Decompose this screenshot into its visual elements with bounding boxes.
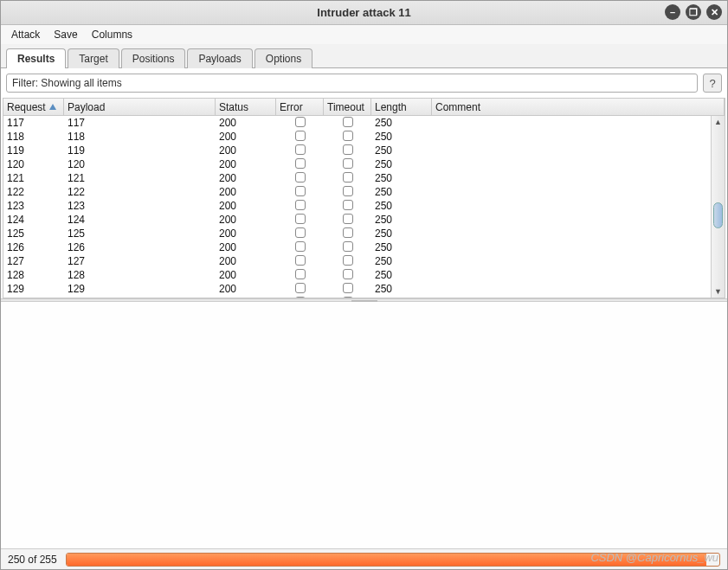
cell-payload: 125 xyxy=(64,227,216,240)
cell-timeout xyxy=(324,241,371,254)
checkbox-icon xyxy=(295,269,306,279)
cell-length: 250 xyxy=(371,255,432,267)
scroll-thumb[interactable] xyxy=(713,202,723,228)
cell-status: 200 xyxy=(216,131,276,143)
cell-error xyxy=(276,283,324,296)
cell-payload: 129 xyxy=(64,283,216,295)
cell-request: 127 xyxy=(3,255,64,267)
cell-timeout xyxy=(324,158,371,171)
cell-status: 200 xyxy=(216,186,276,198)
col-error[interactable]: Error xyxy=(276,99,324,115)
maximize-icon[interactable]: ❐ xyxy=(686,4,701,20)
tab-positions[interactable]: Positions xyxy=(121,48,186,68)
checkbox-icon xyxy=(295,241,306,252)
table-row[interactable]: 119119200250 xyxy=(3,144,711,157)
cell-timeout xyxy=(324,283,371,296)
filter-text: Showing all items xyxy=(41,77,121,89)
vertical-scrollbar[interactable]: ▲ ▼ xyxy=(711,116,725,298)
tab-options[interactable]: Options xyxy=(254,48,312,68)
progress-bar xyxy=(66,553,720,567)
cell-error xyxy=(276,269,324,282)
close-icon[interactable]: ✕ xyxy=(706,4,722,20)
col-timeout[interactable]: Timeout xyxy=(324,99,371,115)
checkbox-icon xyxy=(295,200,306,210)
table-row[interactable]: 126126200250 xyxy=(3,240,711,254)
checkbox-icon xyxy=(295,117,306,127)
help-icon[interactable]: ? xyxy=(703,74,722,93)
table-row[interactable]: 117117200250 xyxy=(3,116,711,130)
table-row[interactable]: 129129200250 xyxy=(3,282,711,296)
cell-timeout xyxy=(324,297,371,298)
table-row[interactable]: 124124200250 xyxy=(3,213,711,227)
col-comment[interactable]: Comment xyxy=(432,99,725,115)
pane-splitter[interactable] xyxy=(1,298,727,302)
checkbox-icon xyxy=(295,158,306,169)
cell-length: 250 xyxy=(371,269,432,281)
filter-box[interactable]: Filter: Showing all items xyxy=(6,74,698,93)
menu-attack[interactable]: Attack xyxy=(6,27,45,42)
cell-length: 250 xyxy=(371,158,432,170)
table-row[interactable]: 127127200250 xyxy=(3,254,711,268)
cell-request: 118 xyxy=(3,131,64,143)
cell-length: 250 xyxy=(371,214,432,226)
table-row[interactable]: 123123200250 xyxy=(3,199,711,213)
tab-results[interactable]: Results xyxy=(6,48,66,68)
checkbox-icon xyxy=(295,214,306,224)
cell-request: 126 xyxy=(3,241,64,253)
table-row[interactable]: 122122200250 xyxy=(3,185,711,199)
cell-error xyxy=(276,172,324,185)
cell-request: 130 xyxy=(3,297,64,298)
cell-payload: 122 xyxy=(64,186,216,198)
cell-request: 129 xyxy=(3,283,64,295)
cell-status: 200 xyxy=(216,144,276,157)
titlebar: Intruder attack 11 – ❐ ✕ xyxy=(1,1,727,25)
menu-save[interactable]: Save xyxy=(48,27,82,42)
cell-error xyxy=(276,200,324,213)
cell-timeout xyxy=(324,117,371,130)
cell-error xyxy=(276,214,324,227)
checkbox-icon xyxy=(295,255,306,266)
cell-timeout xyxy=(324,144,371,157)
minimize-icon[interactable]: – xyxy=(665,4,680,20)
window-title: Intruder attack 11 xyxy=(317,6,410,19)
table-body: 1171172002501181182002501191192002501201… xyxy=(3,116,711,298)
cell-request: 123 xyxy=(3,200,64,212)
intruder-attack-window: Intruder attack 11 – ❐ ✕ Attack Save Col… xyxy=(0,0,728,570)
cell-length: 250 xyxy=(371,117,432,129)
table-row[interactable]: 130130200250 xyxy=(3,296,711,298)
col-payload[interactable]: Payload xyxy=(64,99,216,115)
scroll-down-icon[interactable]: ▼ xyxy=(712,285,725,298)
scroll-up-icon[interactable]: ▲ xyxy=(712,116,725,128)
tab-target[interactable]: Target xyxy=(68,48,119,68)
statusbar: 250 of 255 xyxy=(1,548,727,569)
table-row[interactable]: 125125200250 xyxy=(3,227,711,240)
checkbox-icon xyxy=(343,200,353,210)
table-row[interactable]: 120120200250 xyxy=(3,157,711,171)
menu-columns[interactable]: Columns xyxy=(87,27,138,42)
cell-error xyxy=(276,255,324,268)
detail-pane xyxy=(1,302,727,548)
cell-error xyxy=(276,186,324,199)
table-row[interactable]: 128128200250 xyxy=(3,268,711,282)
cell-status: 200 xyxy=(216,283,276,295)
cell-length: 250 xyxy=(371,200,432,212)
results-table: Request Payload Status Error Timeout Len… xyxy=(3,98,725,298)
checkbox-icon xyxy=(295,172,306,183)
cell-error xyxy=(276,117,324,130)
cell-payload: 124 xyxy=(64,214,216,226)
table-row[interactable]: 118118200250 xyxy=(3,130,711,144)
checkbox-icon xyxy=(295,283,306,293)
cell-payload: 126 xyxy=(64,241,216,253)
sort-asc-icon xyxy=(49,104,56,110)
cell-length: 250 xyxy=(371,172,432,184)
cell-payload: 127 xyxy=(64,255,216,267)
table-row[interactable]: 121121200250 xyxy=(3,171,711,185)
cell-timeout xyxy=(324,200,371,213)
filter-prefix: Filter: xyxy=(12,77,38,89)
col-length[interactable]: Length xyxy=(371,99,432,115)
col-request[interactable]: Request xyxy=(3,99,64,115)
col-status[interactable]: Status xyxy=(216,99,276,115)
cell-request: 119 xyxy=(3,144,64,157)
tab-payloads[interactable]: Payloads xyxy=(187,48,252,68)
cell-error xyxy=(276,131,324,144)
